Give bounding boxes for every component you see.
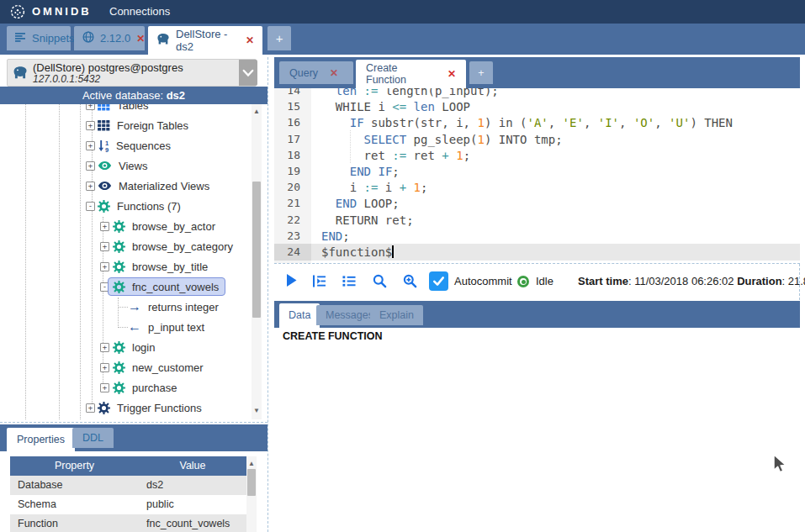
autocommit-checkbox[interactable] (429, 271, 448, 291)
close-icon[interactable]: ✕ (448, 68, 456, 80)
tree-selected-node[interactable]: fnc_count_vowels (108, 277, 225, 296)
properties-scrollbar[interactable]: ▲ (246, 456, 257, 532)
line-number: 14 (274, 88, 311, 99)
tree-node[interactable]: Materialized Views (93, 176, 216, 195)
tree-node[interactable]: 1 9Sequences (93, 136, 177, 155)
tab-connection-dellstore[interactable]: DellStore - ds2 ✕ (148, 26, 262, 55)
tree-node[interactable]: ←p_input text (123, 318, 211, 336)
tree-node[interactable]: Foreign Tables (93, 116, 195, 134)
tree-item-functions-7[interactable]: - Functions (7) (0, 197, 267, 217)
sql-code-editor[interactable]: 14 len := length(p_input);15 WHILE i <= … (274, 88, 800, 263)
code-line[interactable]: END; (321, 228, 350, 245)
tree-item-materialized-views[interactable]: + Materialized Views (0, 176, 267, 197)
globe-icon (82, 31, 94, 45)
code-line[interactable]: WHILE i <= len LOOP (321, 98, 470, 115)
run-query-button[interactable] (285, 273, 298, 291)
code-token: len (414, 100, 435, 113)
postgres-icon (13, 66, 28, 83)
connections-menu[interactable]: Connections (109, 0, 170, 24)
properties-scrollbar-thumb[interactable] (247, 469, 256, 496)
table-row[interactable]: Database ds2 (10, 476, 246, 495)
tab-explain[interactable]: Explain (370, 305, 423, 325)
panel-divider[interactable] (267, 57, 268, 532)
table-row[interactable]: Schema public (10, 495, 246, 514)
code-token: ; (342, 229, 349, 243)
result-tab-bar: Data Messages Explain (274, 301, 800, 328)
chevron-down-icon[interactable] (239, 60, 257, 86)
tree-item-browse-by-actor[interactable]: + browse_by_actor (0, 217, 267, 237)
code-line[interactable]: IF substr(str, i, 1) in ('A', 'E', 'I', … (321, 114, 733, 131)
tree-node[interactable]: Functions (7) (93, 197, 188, 215)
close-icon[interactable]: ✕ (136, 33, 145, 45)
scroll-down-icon[interactable]: ▼ (252, 407, 262, 414)
tree-node[interactable]: browse_by_actor (108, 217, 222, 235)
code-token: IF (350, 116, 364, 129)
tab-data[interactable]: Data (279, 303, 320, 328)
tab-snippets[interactable]: Snippets (7, 26, 71, 50)
tree-item-browse-by-title[interactable]: + browse_by_title (0, 257, 267, 277)
tree-item-views[interactable]: + Views (0, 156, 267, 176)
tree-item-p-input-text[interactable]: ←p_input text (0, 318, 267, 338)
tree-scrollbar-thumb[interactable] (252, 182, 261, 318)
tree-node[interactable]: browse_by_title (108, 257, 214, 276)
tree-scrollbar[interactable]: ▲ ▼ (252, 104, 262, 419)
command-history-button[interactable] (342, 275, 356, 291)
table-row[interactable]: Function fnc_count_vowels (10, 514, 246, 532)
scroll-up-icon[interactable]: ▲ (246, 460, 257, 467)
new-connection-tab-button[interactable]: + (267, 26, 291, 50)
code-token: length(p_input); (378, 88, 498, 97)
code-line[interactable]: $function$ (321, 244, 394, 261)
active-database-banner: Active database: ds2 (0, 87, 267, 104)
tree-item-label: browse_by_category (132, 240, 233, 253)
tree-item-returns-integer[interactable]: →returns integer (0, 298, 267, 318)
find-button[interactable] (373, 274, 387, 292)
tree-item-fnc-count-vowels[interactable]: - fnc_count_vowels (0, 277, 267, 298)
code-token: SELECT (364, 133, 407, 146)
tree-node[interactable]: Trigger Functions (93, 398, 209, 417)
line-number: 16 (274, 114, 311, 131)
tab-query[interactable]: Query ✕ (279, 61, 353, 84)
line-number: 23 (274, 228, 311, 245)
tree-item-purchase[interactable]: + purchase (0, 378, 267, 398)
indent-sql-button[interactable] (312, 275, 326, 291)
tree-node[interactable]: Tables (93, 104, 156, 114)
tab-version-label: 2.12.0 (100, 32, 130, 45)
scroll-up-icon[interactable]: ▲ (252, 108, 262, 115)
tree-node[interactable]: purchase (108, 378, 183, 397)
plus-icon: + (276, 31, 283, 45)
close-icon[interactable]: ✕ (330, 67, 338, 79)
code-line[interactable]: i := i + 1; (321, 179, 427, 196)
tree-node[interactable]: →returns integer (123, 298, 225, 316)
tree-item-trigger-functions[interactable]: + Trigger Functions (0, 398, 267, 419)
tree-item-browse-by-category[interactable]: + browse_by_category (0, 237, 267, 257)
tab-properties[interactable]: Properties (7, 428, 75, 451)
code-line[interactable]: RETURN ret; (321, 212, 414, 229)
tree-item-foreign-tables[interactable]: +Foreign Tables (0, 116, 267, 136)
tab-create-function[interactable]: Create Function ✕ (356, 60, 466, 88)
tree-node[interactable]: login (108, 338, 162, 356)
code-token: 'E' (563, 116, 584, 129)
panel-divider[interactable] (274, 263, 800, 264)
code-token: END (350, 165, 371, 178)
tree-item-sequences[interactable]: + 1 9Sequences (0, 136, 267, 156)
tree-node[interactable]: browse_by_category (108, 237, 240, 255)
schema-tree: +Tables+Foreign Tables+ 1 9Sequences+ Vi… (0, 104, 267, 419)
new-editor-tab-button[interactable]: + (469, 61, 493, 84)
code-line[interactable]: END LOOP; (321, 195, 400, 212)
code-line[interactable]: ret := ret + 1; (321, 147, 470, 164)
find-replace-button[interactable] (403, 274, 417, 292)
code-line[interactable]: len := length(p_input); (321, 88, 499, 99)
panel-divider[interactable] (0, 422, 267, 423)
tree-node[interactable]: new_customer (108, 358, 210, 377)
tree-node[interactable]: Views (93, 156, 154, 175)
close-icon[interactable]: ✕ (246, 34, 254, 46)
code-line[interactable]: END IF; (321, 163, 400, 180)
tab-version[interactable]: 2.12.0 ✕ (74, 26, 145, 50)
tab-ddl[interactable]: DDL (72, 428, 114, 448)
connection-selector[interactable]: (DellStore) postgres@postgres 127.0.0.1:… (7, 59, 257, 87)
tree-item-new-customer[interactable]: + new_customer (0, 358, 267, 378)
tree-item-tables[interactable]: +Tables (0, 104, 267, 116)
code-line[interactable]: SELECT pg_sleep(1) INTO tmp; (321, 131, 563, 148)
tree-item-login[interactable]: + login (0, 338, 267, 358)
postgres-icon (156, 33, 170, 48)
